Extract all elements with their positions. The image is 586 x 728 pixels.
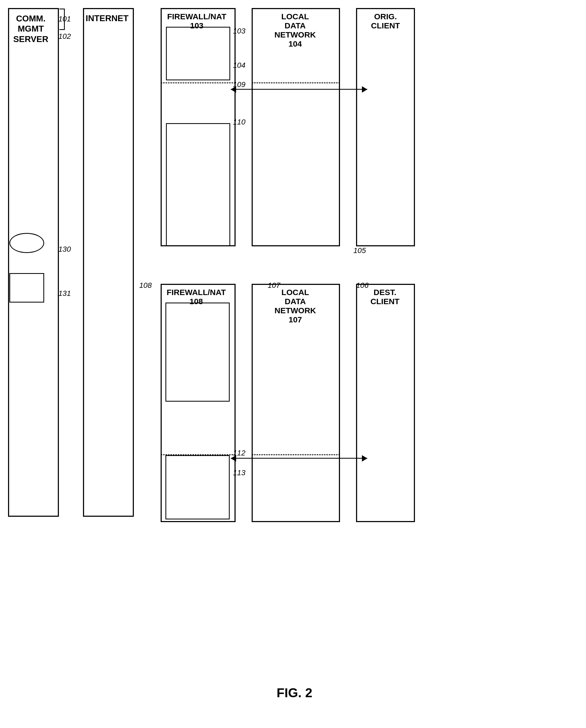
label-102: 102 xyxy=(58,32,71,41)
label-131: 131 xyxy=(58,289,71,298)
orig-client-label: ORIG.CLIENT xyxy=(359,12,412,30)
dashed-line-net107 xyxy=(251,454,340,455)
local-net-104-label: LOCALDATANETWORK104 xyxy=(254,12,336,49)
rect-131 xyxy=(9,273,44,303)
dest-client-label: DEST.CLIENT xyxy=(358,288,412,306)
arrow-112-right-head xyxy=(362,455,367,462)
fw103-inner-top xyxy=(166,27,230,80)
label-104: 104 xyxy=(233,61,245,70)
dashed-line-net104 xyxy=(251,82,340,83)
label-101: 101 xyxy=(58,15,71,23)
comm-mgmt-label: COMM. MGMT SERVER xyxy=(11,14,51,44)
arrow-109-line xyxy=(231,89,367,90)
dashed-line-fw108 xyxy=(161,454,236,455)
internet-label: INTERNET xyxy=(86,14,129,23)
local-net-107-label: LOCALDATANETWORK107 xyxy=(254,288,337,324)
dest-client-box xyxy=(356,284,415,522)
figure-caption: FIG. 2 xyxy=(187,685,402,700)
fw103-inner-bottom xyxy=(166,123,230,246)
label-110: 110 xyxy=(233,118,245,126)
comm-mgmt-server xyxy=(8,8,59,517)
arrow-109-left-head xyxy=(231,86,236,93)
label-103: 103 xyxy=(233,27,245,35)
orig-client-box xyxy=(356,8,415,246)
label-105: 105 xyxy=(353,246,366,255)
label-113: 113 xyxy=(233,469,245,477)
arrow-112-line xyxy=(231,458,367,459)
label-130: 130 xyxy=(58,245,71,254)
dashed-line-fw103 xyxy=(161,82,236,83)
label-108-outer: 108 xyxy=(139,281,152,290)
internet-column xyxy=(83,8,134,517)
fw108-inner-top xyxy=(165,303,230,401)
label-112: 112 xyxy=(233,449,245,457)
fw108-inner-bottom xyxy=(165,455,230,519)
arrow-109-right-head xyxy=(362,86,367,93)
ellipse-130 xyxy=(9,233,44,253)
